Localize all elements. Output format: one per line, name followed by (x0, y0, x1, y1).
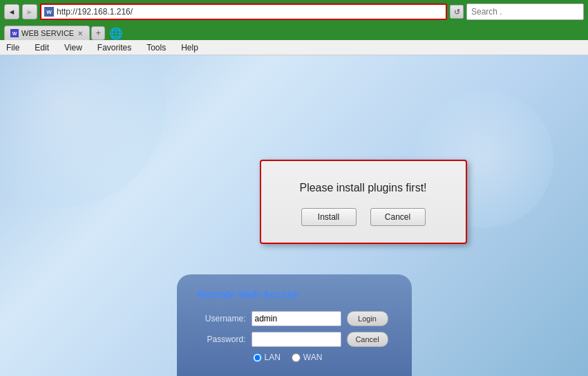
modal-message: Please install plugins first! (299, 182, 426, 194)
tab-bar: W WEB SERVICE ✕ + 🌐 (0, 24, 588, 40)
address-input[interactable] (57, 7, 443, 17)
tab-label: WEB SERVICE (21, 29, 74, 37)
menu-help[interactable]: Help (179, 42, 200, 53)
modal-buttons: Install Cancel (301, 208, 426, 226)
tab-close-button[interactable]: ✕ (77, 30, 84, 37)
search-box (466, 3, 584, 20)
toolbar-row: ◄ ► W ↺ (0, 0, 588, 24)
modal-dialog: Please install plugins first! Install Ca… (260, 160, 467, 244)
browser-chrome: ◄ ► W ↺ W WEB SERVICE ✕ + 🌐 (0, 0, 588, 40)
modal-cancel-button[interactable]: Cancel (370, 208, 426, 226)
install-button[interactable]: Install (301, 208, 357, 226)
forward-button[interactable]: ► (22, 4, 37, 19)
menu-view[interactable]: View (62, 42, 84, 53)
address-favicon: W (44, 7, 54, 17)
tab-webservice[interactable]: W WEB SERVICE ✕ (4, 26, 90, 40)
address-bar: W (40, 3, 447, 20)
menu-bar: File Edit View Favorites Tools Help (0, 40, 588, 55)
back-button[interactable]: ◄ (4, 4, 19, 19)
modal-overlay: Please install plugins first! Install Ca… (0, 55, 588, 376)
menu-edit[interactable]: Edit (32, 42, 51, 53)
tab-favicon: W (10, 29, 19, 37)
page-content: Please install plugins first! Install Ca… (0, 55, 588, 376)
menu-file[interactable]: File (4, 42, 21, 53)
ie-icon: 🌐 (109, 27, 123, 40)
search-input[interactable] (471, 7, 579, 17)
menu-tools[interactable]: Tools (144, 42, 168, 53)
menu-favorites[interactable]: Favorites (95, 42, 133, 53)
new-tab-button[interactable]: + (91, 26, 105, 40)
refresh-button[interactable]: ↺ (450, 5, 464, 19)
